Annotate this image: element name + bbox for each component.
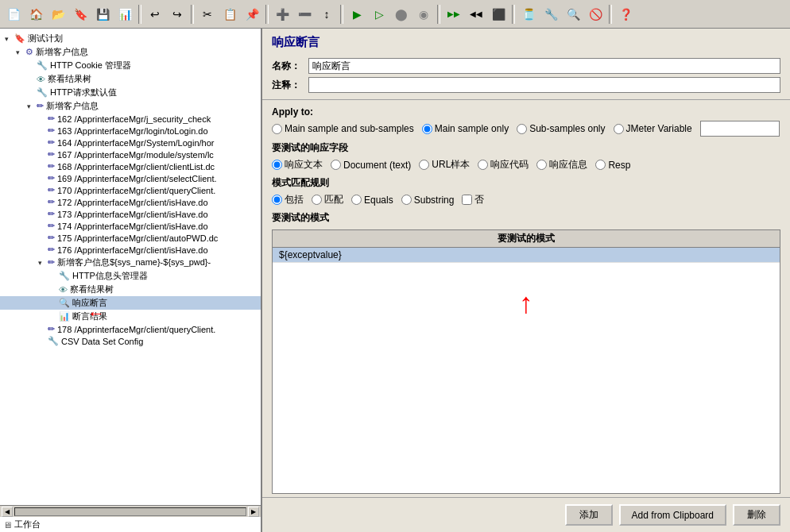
tree-item-req-168[interactable]: ✏ 168 /ApprinterfaceMgr/client/clientLis…: [0, 160, 261, 172]
tree-item-view-results[interactable]: 👁 察看结果树: [0, 72, 261, 86]
field-resp[interactable]: Resp: [595, 160, 630, 171]
stop-all[interactable]: ◉: [413, 4, 434, 25]
tree-item-label: 新增客户信息: [46, 100, 99, 112]
tree-item-req-169[interactable]: ✏ 169 /ApprinterfaceMgr/client/selectCli…: [0, 172, 261, 184]
delete-button[interactable]: 删除: [733, 504, 780, 526]
save-config[interactable]: 🔖: [70, 4, 91, 25]
field-url[interactable]: URL样本: [419, 158, 470, 172]
expand-icon[interactable]: ▾: [16, 48, 25, 56]
paste-button[interactable]: 📌: [242, 4, 262, 25]
tree-item-http-cookie[interactable]: 🔧 HTTP Cookie 管理器: [0, 59, 261, 72]
add-from-clipboard-button[interactable]: Add from Clipboard: [619, 504, 726, 526]
tree-item-icon: 👁: [59, 285, 68, 295]
new-button[interactable]: 📄: [3, 4, 24, 25]
tree-item-label: 新增客户信息${sys_name}-${sys_pwd}-: [57, 256, 211, 268]
search-button[interactable]: 🔍: [563, 4, 583, 25]
add-button[interactable]: 添加: [565, 504, 613, 526]
tree-item-req-162[interactable]: ✏ 162 /ApprinterfaceMgr/j_security_check: [0, 113, 261, 125]
template-button[interactable]: 🏠: [25, 4, 46, 25]
apply-main-sub[interactable]: Main sample and sub-samples: [272, 123, 414, 134]
comment-label: 注释：: [272, 79, 304, 92]
rule-negate[interactable]: 否: [462, 193, 484, 206]
clear-button[interactable]: 🚫: [585, 4, 606, 25]
rule-matches[interactable]: 匹配: [312, 193, 343, 206]
remote-run[interactable]: ▶▶: [443, 4, 464, 25]
cut-button[interactable]: ✂: [197, 4, 218, 25]
sep5: [437, 5, 440, 24]
pattern-table[interactable]: 要测试的模式 ${exceptvalue}↑: [272, 229, 780, 494]
scroll-left-btn[interactable]: ◀: [2, 507, 13, 517]
remote-stop[interactable]: ◀◀: [466, 4, 486, 25]
remote-all-stop[interactable]: ⬛: [488, 4, 509, 25]
tree-item-test-plan[interactable]: ▾ 🔖 测试计划: [0, 32, 261, 45]
horizontal-scrollbar[interactable]: ◀ ▶: [0, 505, 261, 517]
field-response-code[interactable]: 响应代码: [478, 158, 529, 172]
stop-button[interactable]: ⬤: [391, 4, 412, 25]
tree-area[interactable]: ▾ 🔖 测试计划 ▾ ⚙ 新增客户信息 🔧 HTTP Cookie 管理器 👁 …: [0, 29, 261, 505]
field-response-text[interactable]: 响应文本: [272, 158, 323, 172]
jar-button[interactable]: 🫙: [518, 4, 539, 25]
collapse-button[interactable]: ➖: [294, 4, 315, 25]
apply-jmeter-var[interactable]: JMeter Variable: [614, 123, 692, 134]
expand-icon[interactable]: ▾: [5, 35, 14, 43]
name-input[interactable]: [308, 58, 780, 74]
tree-item-icon: ✏: [48, 221, 55, 231]
apply-main-only[interactable]: Main sample only: [422, 123, 509, 134]
tree-item-new-customer[interactable]: ▾ ✏ 新增客户信息: [0, 99, 261, 113]
pattern-row[interactable]: ${exceptvalue}: [273, 248, 780, 263]
tree-item-http-header[interactable]: 🔧 HTTP信息头管理器: [0, 269, 261, 283]
tree-item-req-174[interactable]: ✏ 174 /ApprinterfaceMgr/client/isHave.do: [0, 220, 261, 232]
tree-item-assertion-results[interactable]: 📊 断言结果: [0, 310, 261, 323]
report-button[interactable]: 📊: [114, 4, 135, 25]
tree-item-new-customer-loop[interactable]: ▾ ✏ 新增客户信息${sys_name}-${sys_pwd}-: [0, 256, 261, 269]
tree-item-label: HTTP信息头管理器: [72, 270, 148, 282]
tree-item-icon: ✏: [48, 245, 55, 255]
tree-item-req-173[interactable]: ✏ 173 /ApprinterfaceMgr/client/isHave.do: [0, 208, 261, 220]
run-no-pause[interactable]: ▷: [369, 4, 389, 25]
workbench-label: 工作台: [14, 519, 41, 530]
redo-button[interactable]: ↪: [167, 4, 188, 25]
field-document[interactable]: Document (text): [331, 160, 411, 171]
tree-item-label: HTTP Cookie 管理器: [50, 60, 131, 71]
expand-icon[interactable]: ▾: [27, 102, 37, 110]
open-button[interactable]: 📂: [48, 4, 68, 25]
pattern-table-body[interactable]: ${exceptvalue}↑: [273, 248, 780, 493]
tree-item-req-163[interactable]: ✏ 163 /ApprinterfaceMgr/login/toLogin.do: [0, 125, 261, 137]
tree-item-req-176[interactable]: ✏ 176 /ApprinterfaceMgr/client/isHave.do: [0, 244, 261, 256]
tree-item-http-defaults[interactable]: 🔧 HTTP请求默认值: [0, 86, 261, 99]
tree-item-req-172[interactable]: ✏ 172 /ApprinterfaceMgr/client/isHave.do: [0, 196, 261, 208]
bean-shell-button[interactable]: 🔧: [540, 4, 561, 25]
tree-item-req-170[interactable]: ✏ 170 /ApprinterfaceMgr/client/queryClie…: [0, 184, 261, 196]
rule-equals[interactable]: Equals: [351, 195, 393, 206]
tree-item-view-results2[interactable]: 👁 察看结果树: [0, 283, 261, 296]
tree-item-req-164[interactable]: ✏ 164 /ApprinterfaceMgr/System/Login/hor: [0, 137, 261, 148]
tree-item-thread-group[interactable]: ▾ ⚙ 新增客户信息: [0, 45, 261, 59]
field-response-info[interactable]: 响应信息: [536, 158, 587, 172]
comment-input[interactable]: [308, 77, 780, 93]
rule-contains[interactable]: 包括: [272, 193, 304, 206]
rule-substring[interactable]: Substring: [401, 195, 455, 206]
save-button[interactable]: 💾: [92, 4, 113, 25]
scroll-right-btn[interactable]: ▶: [248, 507, 259, 517]
tree-item-csv-config[interactable]: 🔧 CSV Data Set Config: [0, 335, 261, 347]
sep2: [191, 5, 194, 24]
tree-item-label: 察看结果树: [70, 283, 114, 295]
zoom-button[interactable]: ↕: [316, 4, 337, 25]
undo-button[interactable]: ↩: [145, 4, 165, 25]
jmeter-var-input[interactable]: [700, 121, 780, 137]
tree-item-req-178[interactable]: ✏ 178 /ApprinterfaceMgr/client/queryClie…: [0, 323, 261, 335]
tree-item-req-167[interactable]: ✏ 167 /ApprinterfaceMgr/module/system/lc: [0, 148, 261, 160]
expand-icon[interactable]: ▾: [38, 259, 48, 267]
run-button[interactable]: ▶: [347, 4, 367, 25]
tree-item-label: 167 /ApprinterfaceMgr/module/system/lc: [57, 150, 214, 160]
tree-item-response-assertion[interactable]: 🔍 响应断言: [0, 296, 261, 310]
scroll-track[interactable]: [14, 507, 246, 516]
help-button[interactable]: ❓: [615, 4, 636, 25]
apply-sub-only[interactable]: Sub-samples only: [517, 123, 605, 134]
workbench-item[interactable]: 🖥 工作台: [0, 517, 261, 532]
copy-button[interactable]: 📋: [219, 4, 240, 25]
test-field-group: 响应文本 Document (text) URL样本 响应代码 响应信息 Res…: [262, 156, 790, 173]
tree-item-req-175[interactable]: ✏ 175 /ApprinterfaceMgr/client/autoPWD.d…: [0, 232, 261, 244]
tree-item-icon: 🔧: [37, 87, 48, 98]
expand-button[interactable]: ➕: [272, 4, 292, 25]
